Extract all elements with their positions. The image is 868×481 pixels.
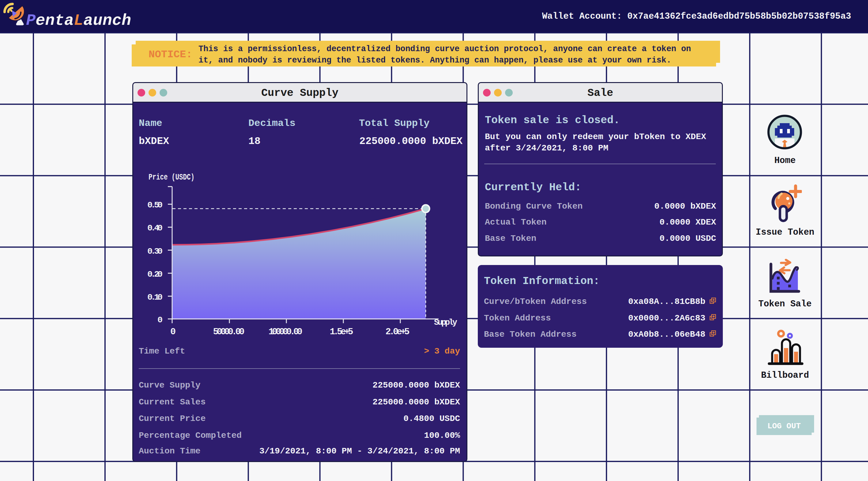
- svg-text:0.20: 0.20: [147, 269, 163, 279]
- svg-text:1.5e+5: 1.5e+5: [330, 327, 353, 337]
- svg-text:0.40: 0.40: [147, 223, 163, 233]
- svg-text:Supply: Supply: [434, 318, 457, 327]
- svg-text:100000.00: 100000.00: [269, 327, 303, 337]
- svg-text:50000.00: 50000.00: [213, 327, 245, 337]
- svg-text:0: 0: [157, 315, 163, 325]
- svg-text:2.0e+5: 2.0e+5: [385, 327, 410, 337]
- svg-text:0.10: 0.10: [147, 292, 163, 302]
- svg-text:0: 0: [170, 327, 176, 337]
- svg-text:0.50: 0.50: [147, 200, 163, 210]
- svg-text:0.30: 0.30: [147, 246, 163, 257]
- svg-text:Price (USDC): Price (USDC): [149, 173, 194, 182]
